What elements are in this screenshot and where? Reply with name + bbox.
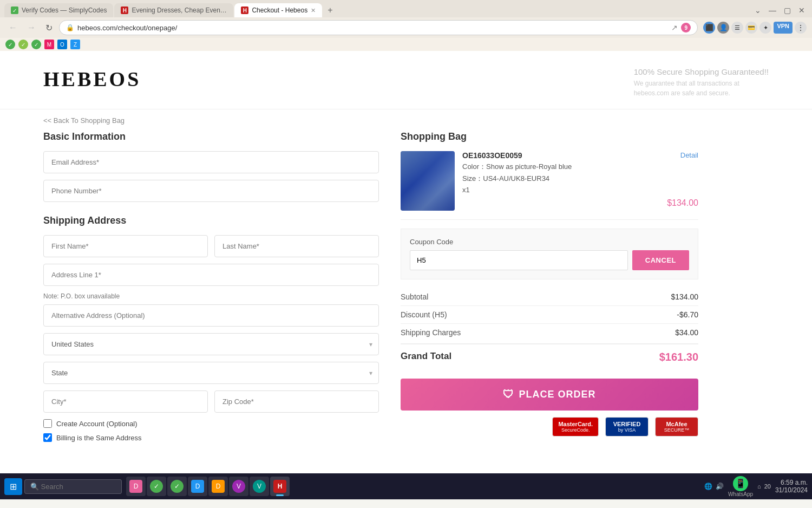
trust-badges: MasterCard. SecureCode. VERIFIED by VISA… [401,417,698,437]
taskbar-app-1[interactable]: D [126,477,146,496]
taskbar-app-3[interactable]: ✓ [167,477,187,496]
tab-controls: ⌄ — ▢ ✕ [752,5,808,16]
taskbar-tray-icons: ⌂ 20 [757,483,771,490]
taskbar-app-2[interactable]: ✓ [147,477,166,496]
email-input[interactable] [43,151,379,173]
back-link-anchor[interactable]: << Back To Shopping Bag [43,116,125,125]
item-price: $134.00 [462,198,698,208]
first-name-input[interactable] [43,235,208,257]
app-icon: D [129,480,142,493]
bookmark-outlook[interactable]: O [57,40,67,49]
taskbar-app-checkout[interactable]: H [270,477,290,496]
tray-icon-1: ⌂ [757,483,761,490]
shipping-title: Shipping Address [43,215,379,226]
address1-group [43,264,379,286]
tab-favicon: H [121,6,128,14]
cancel-coupon-button[interactable]: CANCEL [632,250,689,270]
place-order-button[interactable]: 🛡 PLACE ORDER [401,379,698,411]
mcafee-badge: McAfee SECURE™ [655,417,698,437]
taskbar-app-6[interactable]: V [229,477,248,496]
close-window-button[interactable]: ✕ [796,5,808,16]
secure-info: 100% Secure Shopping Guaranteed!! We gua… [634,67,769,98]
volume-icon: 🔊 [716,483,724,490]
tab-evening-dresses[interactable]: H Evening Dresses, Cheap Evening Go... [114,3,233,17]
new-tab-button[interactable]: + [323,3,337,17]
toolbar-icons: ⬛ 👤 ☰ 💳 ✦ VPN ⋮ [703,22,807,34]
last-name-input[interactable] [214,235,379,257]
bookmark-1[interactable]: ✓ [5,40,15,49]
tab-list-button[interactable]: ⌄ [752,5,764,16]
verified-title: VERIFIED [611,421,643,427]
date-display: 31/10/2024 [775,486,808,494]
create-account-label[interactable]: Create Account (Optional) [56,420,137,428]
menu-icon[interactable]: ⋮ [795,22,807,34]
tab-label: Verify Codes — SimplyCodes [22,6,107,14]
coupon-section: Coupon Code CANCEL [401,229,698,279]
share-icon[interactable]: ↗ [671,23,678,32]
coupon-label: Coupon Code [410,238,689,246]
discount-value: -$6.70 [677,310,698,319]
taskbar-app-4[interactable]: D [188,477,207,496]
address1-input[interactable] [43,264,379,286]
profile-icon[interactable]: 👤 [717,22,729,34]
minimize-button[interactable]: — [766,5,779,16]
country-select[interactable]: United States [43,333,379,355]
item-detail-link[interactable]: Detail [680,151,698,159]
billing-same-label[interactable]: Billing is the Same Address [56,434,142,442]
discount-label: Discount (H5) [401,310,447,319]
extension-badge: 9 [681,23,691,32]
bookmark-2[interactable]: ✓ [18,40,28,49]
extensions-icon[interactable]: ⬛ [703,22,715,34]
start-button[interactable]: ⊞ [4,478,22,495]
forward-button[interactable]: → [24,21,39,34]
basic-info-section: Basic Information [43,131,379,202]
item-quantity: x1 [462,186,698,194]
whatsapp-button[interactable]: 📱 WhatsApp [728,476,753,497]
back-button[interactable]: ← [5,21,21,34]
address-note: Note: P.O. box unavailable [43,292,379,300]
billing-same-checkbox[interactable] [43,433,52,442]
item-details: OE16033OE0059 Detail Color：Show as pictu… [462,151,698,211]
app-icon: ✓ [150,480,163,493]
mastercard-badge: MasterCard. SecureCode. [552,417,599,437]
maximize-button[interactable]: ▢ [781,5,794,16]
sidebar-icon[interactable]: ☰ [731,22,743,34]
address2-input[interactable] [43,304,379,327]
taskbar-right: 🌐 🔊 📱 WhatsApp ⌂ 20 6:59 a.m. 31/10/2024 [704,476,808,497]
checkout-main: Basic Information Shipping Address [0,131,812,451]
taskbar-app-5[interactable]: D [208,477,228,496]
copilot-icon[interactable]: ✦ [759,22,771,34]
tab-close-button[interactable]: ✕ [311,7,316,14]
bookmark-gmail[interactable]: M [44,40,54,49]
discount-row: Discount (H5) -$6.70 [401,306,698,324]
taskbar-search-input[interactable] [24,479,122,494]
shopping-bag-title: Shopping Bag [401,131,698,142]
state-group: State ▾ [43,362,379,384]
back-to-shopping-link[interactable]: << Back To Shopping Bag [0,109,812,131]
tab-checkout[interactable]: H Checkout - Hebeos ✕ [234,3,322,17]
bookmark-3[interactable]: ✓ [31,40,41,49]
taskbar-app-7[interactable]: V [250,477,269,496]
verified-badge: VERIFIED by VISA [605,417,649,437]
checkout-left: Basic Information Shipping Address [43,131,379,451]
phone-input[interactable] [43,180,379,202]
verified-subtitle: by VISA [611,427,643,433]
bookmark-other[interactable]: Z [70,40,80,49]
email-group [43,151,379,173]
grand-total-value: $161.30 [659,351,698,363]
zip-input[interactable] [214,390,379,413]
address-bar[interactable]: 🔒 hebeos.com/checkout/onepage/ ↗ 9 [59,20,698,35]
city-input[interactable] [43,390,208,413]
tray-icon-2: 20 [764,483,771,490]
wallet-icon[interactable]: 💳 [745,22,757,34]
billing-same-row: Billing is the Same Address [43,433,379,442]
coupon-input[interactable] [410,250,628,270]
tab-verify-codes[interactable]: ✓ Verify Codes — SimplyCodes [4,3,113,17]
reload-button[interactable]: ↻ [42,21,56,35]
tab-label: Evening Dresses, Cheap Evening Go... [132,6,227,14]
create-account-checkbox[interactable] [43,419,52,428]
state-select[interactable]: State [43,362,379,384]
vpn-badge[interactable]: VPN [774,22,793,34]
taskbar-apps: D ✓ ✓ D D V V H [126,477,290,496]
url-input[interactable]: hebeos.com/checkout/onepage/ [77,24,668,32]
